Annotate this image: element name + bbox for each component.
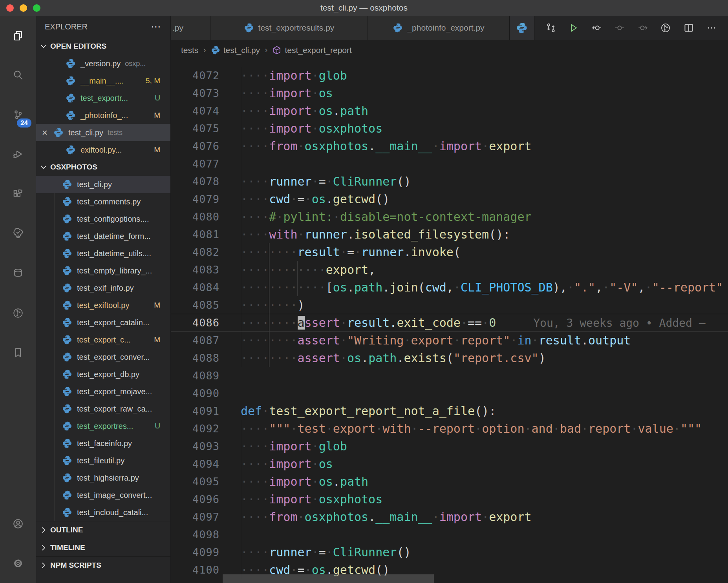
code-line[interactable]: 4091def·test_export_report_not_a_file():	[171, 402, 728, 420]
tree-item[interactable]: test_datetime_utils....	[36, 245, 170, 262]
run-tests-icon[interactable]	[565, 19, 583, 37]
code-line[interactable]: 4090	[171, 384, 728, 402]
code-line[interactable]: 4099····runner·=·CliRunner()	[171, 543, 728, 561]
code-line[interactable]: 4079····cwd·=·os.getcwd()	[171, 190, 728, 208]
code-line[interactable]: 4075····import·osxphotos	[171, 120, 728, 137]
code-line[interactable]: 4072····import·glob	[171, 67, 728, 84]
split-editor-icon[interactable]	[680, 19, 698, 37]
tree-item[interactable]: test_fileutil.py	[36, 452, 170, 469]
close-icon[interactable]: ✕	[36, 128, 53, 137]
tree-item[interactable]: test_export_raw_ca...	[36, 400, 170, 417]
files-icon[interactable]	[0, 16, 36, 55]
open-editor-item[interactable]: ✕test_cli.pytests	[36, 124, 170, 141]
database-icon[interactable]	[0, 253, 36, 293]
code-line[interactable]: 4098	[171, 526, 728, 543]
open-editor-item[interactable]: test_exportr...U	[36, 89, 170, 107]
horizontal-scrollbar[interactable]	[223, 574, 434, 583]
section-header-outline[interactable]: OUTLINE	[36, 521, 170, 539]
tree-item[interactable]: test_exportres...U	[36, 417, 170, 435]
current-change-icon[interactable]	[611, 19, 629, 37]
tree-item[interactable]: test_empty_library_...	[36, 262, 170, 279]
code-line[interactable]: 4076····from·osxphotos.__main__·import·e…	[171, 137, 728, 155]
code-line[interactable]: 4092····"""·test·export·with·--report·op…	[171, 420, 728, 437]
commit-graph-icon[interactable]	[657, 19, 675, 37]
section-header-osxphotos[interactable]: OSXPHOTOS	[36, 159, 170, 176]
tree-item[interactable]: test_image_convert...	[36, 486, 170, 504]
code-line-content	[219, 155, 728, 173]
editor-toolbar	[534, 16, 728, 40]
tree-item[interactable]: test_cli.py	[36, 176, 170, 193]
editor-tab[interactable]: _photoinfo_export.py	[368, 16, 510, 40]
open-editor-item[interactable]: _photoinfo_...M	[36, 107, 170, 124]
bookmark-icon[interactable]	[0, 333, 36, 372]
tree-item[interactable]: test_configoptions....	[36, 210, 170, 228]
previous-change-icon[interactable]	[588, 19, 606, 37]
code-line[interactable]: 4089	[171, 367, 728, 384]
editor-tab[interactable]: .py	[171, 16, 210, 40]
section-header-npm-scripts[interactable]: NPM SCRIPTS	[36, 556, 170, 574]
run-debug-icon[interactable]	[0, 135, 36, 174]
tree-item[interactable]: test_export_c...M	[36, 331, 170, 348]
tree-item[interactable]: test_comments.py	[36, 193, 170, 210]
account-icon[interactable]	[0, 504, 36, 543]
code-line[interactable]: 4097····from·osxphotos.__main__·import·e…	[171, 508, 728, 526]
tree-item[interactable]: test_export_db.py	[36, 366, 170, 383]
minimize-window-button[interactable]	[20, 4, 27, 12]
code-token: ·	[298, 139, 305, 153]
code-line[interactable]: 4074····import·os.path	[171, 102, 728, 120]
breadcrumb-item[interactable]: test_cli.py	[211, 46, 260, 55]
open-editor-label: _version.py	[80, 59, 121, 68]
more-actions-icon[interactable]	[702, 19, 721, 37]
code-line[interactable]: 4073····import·os	[171, 84, 728, 102]
more-actions-icon[interactable]: ⋯	[151, 21, 162, 33]
breadcrumb-item[interactable]: tests	[181, 46, 198, 55]
tree-item[interactable]: test_exiftool.pyM	[36, 297, 170, 314]
code-line[interactable]: 4094····import·os	[171, 455, 728, 473]
code-line[interactable]: 4082········result·=·runner.invoke(	[171, 243, 728, 261]
maximize-window-button[interactable]	[33, 4, 40, 12]
open-editor-item[interactable]: _version.pyosxp...	[36, 55, 170, 72]
editor-tab[interactable]: test_exportresults.py	[210, 16, 368, 40]
tree-item[interactable]: test_datetime_form...	[36, 228, 170, 245]
editor-tab[interactable]	[510, 16, 534, 40]
source-control-icon[interactable]: 24	[0, 95, 36, 135]
code-line[interactable]: 4077	[171, 155, 728, 173]
tree-item[interactable]: test_export_mojave...	[36, 383, 170, 400]
code-line[interactable]: 4080····#·pylint:·disable=not-context-ma…	[171, 208, 728, 226]
open-editor-item[interactable]: exiftool.py...M	[36, 141, 170, 159]
tree-item[interactable]: test_export_conver...	[36, 348, 170, 366]
code-line[interactable]: 4088········assert·os.path.exists("repor…	[171, 349, 728, 367]
code-line[interactable]: 4093····import·glob	[171, 437, 728, 455]
chevron-down-icon	[39, 163, 48, 171]
compare-changes-icon[interactable]	[542, 19, 560, 37]
code-line[interactable]: 4086········assert·result.exit_code·==·0…	[171, 314, 728, 332]
code-editor[interactable]: 4072····import·glob4073····import·os4074…	[171, 60, 728, 583]
code-line[interactable]: 4096····import·osxphotos	[171, 490, 728, 508]
git-graph-icon[interactable]	[0, 293, 36, 333]
code-line[interactable]: 4084············[os.path.join(cwd,·CLI_P…	[171, 279, 728, 296]
extensions-icon[interactable]	[0, 174, 36, 214]
code-line[interactable]: 4087········assert·"Writing·export·repor…	[171, 332, 728, 349]
section-header-timeline[interactable]: TIMELINE	[36, 539, 170, 556]
code-token: ····	[241, 175, 269, 188]
breadcrumb-item[interactable]: test_export_report	[272, 46, 351, 55]
tree-item[interactable]: test_exif_info.py	[36, 279, 170, 297]
open-editor-item[interactable]: __main__....5, M	[36, 72, 170, 89]
code-line[interactable]: 4085········)	[171, 296, 728, 314]
code-line[interactable]: 4078····runner·=·CliRunner()	[171, 173, 728, 190]
code-line[interactable]: 4083············export,	[171, 261, 728, 279]
code-line[interactable]: 4095····import·os.path	[171, 473, 728, 490]
settings-gear-icon[interactable]	[0, 543, 36, 583]
tree-item[interactable]: test_export_catalin...	[36, 314, 170, 331]
close-window-button[interactable]	[6, 4, 14, 12]
tree-item[interactable]: test_highsierra.py	[36, 469, 170, 486]
section-header-open-editors[interactable]: OPEN EDITORS	[36, 38, 170, 55]
tree-item[interactable]: test_faceinfo.py	[36, 435, 170, 452]
code-token: osxphotos	[319, 122, 383, 135]
testing-icon[interactable]	[0, 214, 36, 253]
search-icon[interactable]	[0, 55, 36, 95]
code-line[interactable]: 4081····with·runner.isolated_filesystem(…	[171, 226, 728, 243]
tree-item[interactable]: test_incloud_catali...	[36, 504, 170, 521]
next-change-icon[interactable]	[634, 19, 652, 37]
code-token: ·	[298, 228, 305, 241]
